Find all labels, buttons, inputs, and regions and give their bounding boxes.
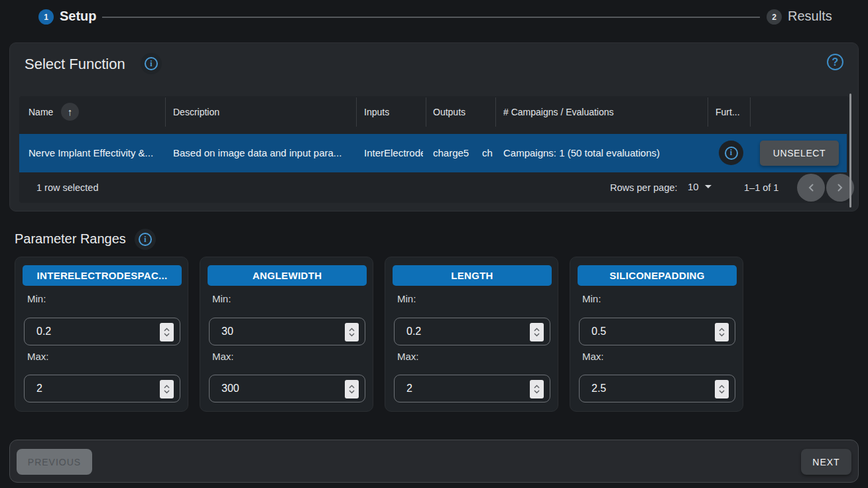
min-label: Min: [582, 293, 601, 304]
help-icon: ? [827, 54, 843, 70]
min-input[interactable] [395, 318, 550, 345]
table-footer: 1 row selected Rows per page: 10 1–1 of … [19, 172, 849, 203]
parameter-ranges-header: Parameter Ranges i [15, 229, 280, 253]
parameter-card-anglewidth: ANGLEWIDTH Min: Max: [200, 257, 373, 412]
sort-ascending-icon[interactable]: ↑ [61, 103, 79, 121]
min-input[interactable] [580, 318, 735, 345]
max-input[interactable] [395, 375, 550, 402]
max-label: Max: [27, 351, 49, 362]
rows-selected-text: 1 row selected [36, 182, 99, 193]
max-input-box [394, 375, 550, 402]
rows-per-page-value: 10 [688, 181, 699, 192]
min-input-box [24, 318, 180, 345]
parameter-name-pill[interactable]: LENGTH [393, 265, 552, 286]
parameter-name-pill[interactable]: SILICONEPADDING [578, 265, 737, 286]
step-2-label: Results [788, 9, 832, 24]
info-icon: i [139, 233, 152, 246]
step-2-circle[interactable]: 2 [767, 9, 782, 25]
sort-arrow-glyph: ↑ [68, 106, 73, 117]
stepper-connector-line [102, 17, 760, 18]
max-input-box [24, 375, 180, 402]
rows-per-page-select[interactable]: 10 [688, 181, 712, 192]
step-1-label: Setup [60, 9, 97, 24]
chevron-right-icon [836, 183, 844, 192]
max-input[interactable] [580, 375, 735, 402]
page-range-text: 1–1 of 1 [744, 182, 778, 193]
stepper: 1 Setup 2 Results [0, 0, 868, 34]
previous-button[interactable]: PREVIOUS [17, 449, 92, 475]
parameter-ranges-info-button[interactable]: i [135, 229, 156, 250]
min-input[interactable] [210, 318, 365, 345]
next-button[interactable]: NEXT [801, 449, 851, 475]
column-header-description[interactable]: Description [173, 107, 219, 117]
max-input[interactable] [210, 375, 365, 402]
min-input-box [209, 318, 365, 345]
cell-description: Based on image data and input para... [173, 147, 352, 158]
column-header-name[interactable]: Name [29, 107, 53, 117]
parameter-name-pill[interactable]: ANGLEWIDTH [208, 265, 367, 286]
column-header-inputs[interactable]: Inputs [364, 107, 389, 117]
column-divider[interactable] [495, 97, 496, 127]
rows-per-page-label: Rows per page: [610, 182, 678, 193]
number-stepper-icon[interactable] [345, 323, 359, 341]
max-input-box [579, 375, 735, 402]
max-input-box [209, 375, 365, 402]
cell-campaigns: Campaigns: 1 (50 total evaluations) [503, 147, 702, 158]
function-table: Name ↑ Description Inputs Outputs # Camp… [19, 96, 849, 203]
select-function-title: Select Function [25, 56, 125, 73]
table-row[interactable]: Nerve Implant Effectivity &... Based on … [19, 134, 847, 172]
min-input-box [394, 318, 550, 345]
info-icon: i [145, 57, 158, 70]
parameter-ranges-title: Parameter Ranges [15, 231, 126, 247]
step-1-number: 1 [44, 13, 48, 22]
number-stepper-icon[interactable] [715, 323, 729, 341]
info-icon: i [725, 147, 738, 160]
previous-page-button[interactable] [797, 174, 825, 202]
cell-inputs: InterElectrode [364, 147, 423, 158]
wizard-action-bar: PREVIOUS NEXT [9, 440, 859, 483]
chevron-left-icon [807, 183, 815, 192]
select-function-card: Select Function i ? Name ↑ Description I… [9, 42, 859, 212]
cell-name: Nerve Implant Effectivity &... [29, 147, 161, 158]
parameter-card-siliconepadding: SILICONEPADDING Min: Max: [570, 257, 743, 412]
select-function-info-button[interactable]: i [141, 53, 162, 74]
column-header-campaigns[interactable]: # Campaigns / Evaluations [503, 107, 614, 117]
number-stepper-icon[interactable] [345, 380, 359, 398]
column-divider[interactable] [165, 97, 166, 127]
cell-output-2: ch [482, 147, 495, 158]
parameter-card-interelectrodespacing: INTERELECTRODESPAC... Min: Max: [15, 257, 188, 412]
min-label: Min: [212, 293, 231, 304]
number-stepper-icon[interactable] [160, 323, 174, 341]
column-divider[interactable] [750, 97, 751, 127]
min-input-box [579, 318, 735, 345]
unselect-button[interactable]: UNSELECT [760, 141, 839, 166]
parameter-name-pill[interactable]: INTERELECTRODESPAC... [23, 265, 182, 286]
step-2-number: 2 [772, 13, 776, 22]
column-header-further[interactable]: Furt... [715, 107, 750, 117]
column-header-outputs[interactable]: Outputs [433, 107, 465, 117]
number-stepper-icon[interactable] [530, 380, 544, 398]
max-label: Max: [397, 351, 419, 362]
cell-output-1: charge5 [433, 147, 473, 158]
max-input[interactable] [25, 375, 180, 402]
parameter-card-length: LENGTH Min: Max: [385, 257, 558, 412]
column-divider[interactable] [708, 97, 708, 127]
step-1-circle[interactable]: 1 [38, 9, 54, 25]
number-stepper-icon[interactable] [715, 380, 729, 398]
number-stepper-icon[interactable] [160, 380, 174, 398]
column-divider[interactable] [426, 97, 426, 127]
min-input[interactable] [25, 318, 180, 345]
help-button[interactable]: ? [827, 54, 843, 70]
table-header-row: Name ↑ Description Inputs Outputs # Camp… [19, 96, 849, 129]
column-divider[interactable] [356, 97, 357, 127]
chevron-down-icon [705, 185, 712, 188]
max-label: Max: [212, 351, 234, 362]
number-stepper-icon[interactable] [530, 323, 544, 341]
max-label: Max: [582, 351, 604, 362]
min-label: Min: [27, 293, 46, 304]
row-info-button[interactable]: i [719, 141, 743, 165]
min-label: Min: [397, 293, 416, 304]
table-scrollbar[interactable] [849, 93, 851, 208]
